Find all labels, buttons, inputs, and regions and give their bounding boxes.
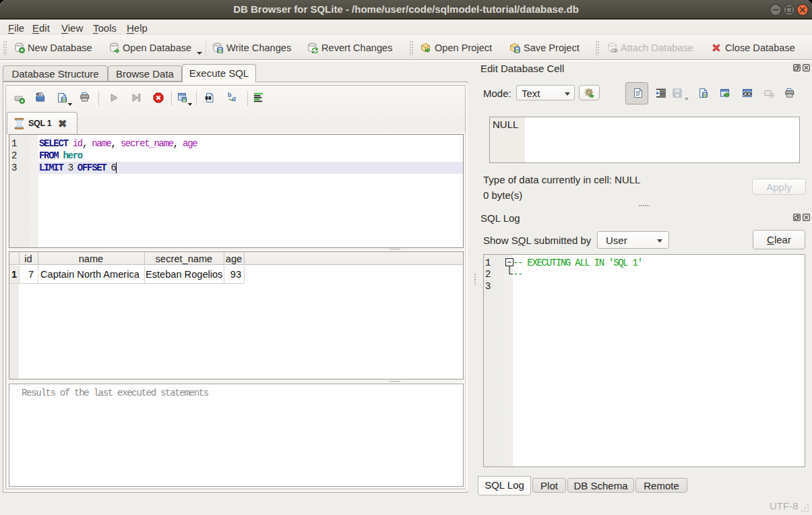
svg-text:a: a	[232, 94, 236, 102]
svg-text:b: b	[228, 92, 232, 98]
